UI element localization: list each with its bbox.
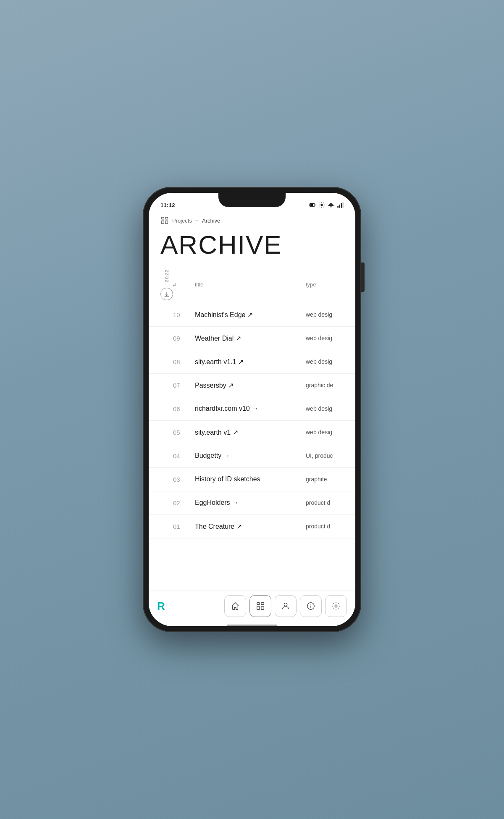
nav-projects-button[interactable] xyxy=(249,595,271,617)
col-header-num: # xyxy=(173,281,195,288)
row-title: sity.earth v1.1 ↗ xyxy=(195,358,306,366)
table-row[interactable]: 04 Budgetty → UI, produc xyxy=(149,444,355,468)
table-row[interactable]: 06 richardfxr.com v10 → web desig xyxy=(149,397,355,421)
row-number: 03 xyxy=(173,476,195,483)
row-type: graphite xyxy=(306,476,344,483)
home-nav-icon xyxy=(231,601,240,611)
svg-point-20 xyxy=(335,605,337,607)
wifi-icon xyxy=(328,202,334,208)
row-number: 08 xyxy=(173,358,195,365)
table-row[interactable]: 08 sity.earth v1.1 ↗ web desig xyxy=(149,350,355,374)
row-type: web desig xyxy=(306,335,344,341)
col-header-type: type xyxy=(306,281,344,288)
table-row[interactable]: 10 Machinist's Edge ↗ web desig xyxy=(149,303,355,327)
column-headers: # title type xyxy=(173,266,344,302)
row-title: Passersby ↗ xyxy=(195,381,306,389)
row-type: graphic de xyxy=(306,382,344,388)
row-type: web desig xyxy=(306,311,344,318)
row-type: web desig xyxy=(306,405,344,412)
page-title: ARCHIVE xyxy=(149,225,355,259)
svg-rect-7 xyxy=(339,205,340,207)
row-number: 02 xyxy=(173,499,195,507)
nav-profile-button[interactable] xyxy=(275,595,297,617)
nav-home-button[interactable] xyxy=(224,595,246,617)
phone-device: 11:12 xyxy=(143,187,361,632)
download-icon xyxy=(163,291,170,297)
breadcrumb-text: Projects → Archive xyxy=(172,218,220,224)
svg-rect-8 xyxy=(341,203,342,208)
status-time: 11:12 xyxy=(160,202,175,208)
row-type: UI, produc xyxy=(306,452,344,459)
table-row[interactable]: 07 Passersby ↗ graphic de xyxy=(149,374,355,397)
svg-point-18 xyxy=(284,603,287,606)
settings-status-icon xyxy=(318,202,325,208)
status-icons xyxy=(309,202,344,208)
home-indicator xyxy=(227,625,277,626)
row-number: 10 xyxy=(173,311,195,318)
row-title: Machinist's Edge ↗ xyxy=(195,311,306,319)
breadcrumb[interactable]: Projects → Archive xyxy=(149,213,355,225)
row-title: The Creature ↗ xyxy=(195,522,306,530)
svg-point-2 xyxy=(321,204,323,206)
gear-nav-icon xyxy=(331,601,341,611)
svg-rect-14 xyxy=(257,603,260,605)
person-nav-icon xyxy=(281,601,290,611)
row-number: 09 xyxy=(173,335,195,342)
svg-rect-15 xyxy=(261,603,264,605)
year-download-col: 2022 xyxy=(160,266,173,302)
row-number: 07 xyxy=(173,382,195,389)
bottom-nav: R xyxy=(149,591,355,623)
row-type: web desig xyxy=(306,358,344,365)
battery-icon xyxy=(309,202,316,208)
row-type: web desig xyxy=(306,429,344,436)
info-nav-icon xyxy=(306,601,315,611)
row-number: 04 xyxy=(173,452,195,459)
row-number: 05 xyxy=(173,429,195,436)
row-title: sity.earth v1 ↗ xyxy=(195,428,306,436)
nav-settings-button[interactable] xyxy=(325,595,347,617)
row-title: Weather Dial ↗ xyxy=(195,334,306,342)
table-section-header: 2022 # title type xyxy=(149,266,355,303)
col-header-title: title xyxy=(195,281,306,288)
row-title: Budgetty → xyxy=(195,452,306,459)
table-row[interactable]: 05 sity.earth v1 ↗ web desig xyxy=(149,421,355,444)
row-title: EggHolders → xyxy=(195,499,306,507)
svg-rect-1 xyxy=(310,204,313,206)
svg-rect-11 xyxy=(165,218,168,219)
svg-point-5 xyxy=(331,206,332,207)
download-button[interactable] xyxy=(160,288,173,300)
table-row[interactable]: 03 History of ID sketches graphite xyxy=(149,468,355,491)
svg-rect-12 xyxy=(162,221,164,224)
table-scroll[interactable]: 10 Machinist's Edge ↗ web desig 09 Weath… xyxy=(149,303,355,591)
svg-rect-9 xyxy=(342,202,344,207)
breadcrumb-arrow: → xyxy=(194,218,200,223)
row-number: 06 xyxy=(173,405,195,412)
table-row[interactable]: 09 Weather Dial ↗ web desig xyxy=(149,327,355,350)
nav-info-button[interactable] xyxy=(300,595,322,617)
svg-rect-10 xyxy=(162,218,164,219)
svg-rect-16 xyxy=(257,606,260,609)
table-row[interactable]: 01 The Creature ↗ product d xyxy=(149,515,355,538)
phone-notch xyxy=(218,193,286,207)
svg-rect-17 xyxy=(261,606,264,609)
row-title: richardfxr.com v10 → xyxy=(195,405,306,412)
table-row[interactable]: 02 EggHolders → product d xyxy=(149,491,355,515)
row-title: History of ID sketches xyxy=(195,475,306,483)
svg-rect-13 xyxy=(165,221,168,224)
grid-nav-icon xyxy=(256,601,265,611)
breadcrumb-parent[interactable]: Projects xyxy=(172,218,192,224)
breadcrumb-current: Archive xyxy=(202,218,220,224)
row-type: product d xyxy=(306,523,344,530)
year-label: 2022 xyxy=(165,269,169,282)
phone-screen: 11:12 xyxy=(149,193,355,626)
row-type: product d xyxy=(306,499,344,506)
row-number: 01 xyxy=(173,523,195,530)
signal-icon xyxy=(337,202,344,208)
nav-buttons xyxy=(224,595,347,617)
breadcrumb-grid-icon xyxy=(160,216,169,225)
nav-logo[interactable]: R xyxy=(157,600,165,613)
svg-rect-6 xyxy=(337,206,339,208)
